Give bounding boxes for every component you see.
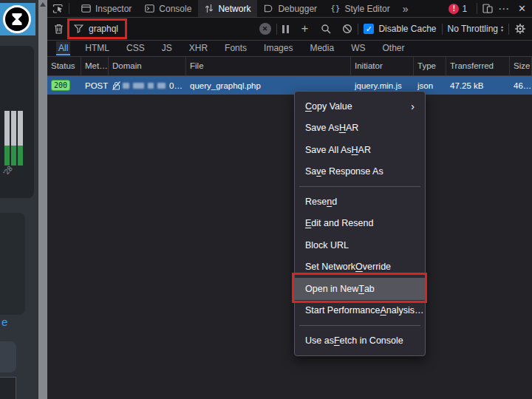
toolbar-separator (276, 24, 277, 35)
filter-tab-other[interactable]: Other (380, 41, 406, 55)
menu-item-save-as-har[interactable]: Save As HAR (295, 117, 425, 140)
filter-tab-all[interactable]: All (56, 41, 70, 55)
tab-label: Style Editor (344, 4, 389, 14)
filter-tab-css[interactable]: CSS (124, 41, 147, 55)
stacked-bar (11, 111, 16, 166)
column-header-domain[interactable]: Domain (109, 57, 186, 75)
hourglass-logo-icon (3, 5, 31, 33)
network-icon (205, 4, 214, 13)
gap (315, 24, 316, 35)
scrollbar-up-arrow-icon[interactable] (40, 2, 46, 7)
site-logo-tile (0, 3, 35, 35)
gap (294, 24, 295, 35)
tab-style-editor[interactable]: {}Style Editor (324, 0, 397, 17)
domain-visible-text: 0… (169, 81, 183, 90)
tab-debugger[interactable]: Debugger (257, 0, 324, 17)
redacted-domain-block (157, 83, 166, 89)
debugger-icon (264, 4, 273, 13)
tab-label: Console (159, 4, 191, 14)
submenu-arrow-icon: › (411, 100, 415, 112)
pause-recording-icon[interactable] (282, 25, 289, 33)
tab-console[interactable]: Console (138, 0, 198, 17)
select-arrows-icon: ▴ ▾ (501, 25, 503, 33)
page-scrollbar[interactable] (38, 0, 47, 399)
redacted-domain-block (133, 83, 144, 89)
filter-tab-images[interactable]: Images (262, 41, 295, 55)
column-header-met[interactable]: Met… (81, 57, 109, 75)
toolbar-separator (358, 24, 358, 35)
toolbar-separator (508, 24, 509, 35)
filter-tab-fonts[interactable]: Fonts (222, 41, 249, 55)
stacked-bar (4, 111, 10, 166)
request-list-empty-area (47, 95, 532, 381)
screenshot-stage: '28 e InspectorConsoleNetworkDebugger{}S… (0, 0, 532, 399)
network-settings-gear-icon[interactable] (514, 23, 526, 35)
search-icon[interactable] (321, 24, 331, 34)
type-cell: json (414, 81, 446, 90)
menu-item-save-response-as[interactable]: Save Response As (295, 161, 425, 183)
throttling-value: No Throttling (448, 24, 498, 34)
request-row[interactable]: 200 POST 0… query_graphql.php jquery.m (47, 76, 532, 95)
menu-separator (299, 325, 420, 326)
devtools-panel: InspectorConsoleNetworkDebugger{}Style E… (47, 0, 532, 399)
status-badge: 200 (51, 80, 70, 91)
menu-item-block-url[interactable]: Block URL (295, 234, 425, 256)
clear-filter-button[interactable]: ✕ (259, 23, 271, 35)
file-cell: query_graphql.php (186, 81, 351, 90)
column-header-size[interactable]: Size (510, 57, 532, 75)
menu-item-resend[interactable]: Resend (295, 191, 425, 213)
redacted-domain-block (148, 83, 154, 89)
background-card (0, 213, 25, 315)
close-devtools-button[interactable]: ✕ (515, 3, 532, 14)
error-badge-icon[interactable]: ! (449, 4, 459, 14)
transferred-cell: 47.25 kB (446, 81, 510, 90)
inspector-icon (81, 4, 91, 13)
new-request-button[interactable]: + (300, 21, 310, 36)
tab-label: Network (218, 4, 250, 14)
background-link-fragment[interactable]: e (1, 316, 7, 328)
menu-item-copy-value[interactable]: Copy Value› (295, 95, 425, 117)
background-panel-fragment (0, 377, 16, 399)
size-cell: 46… (510, 81, 532, 90)
responsive-design-mode-icon[interactable] (482, 4, 493, 13)
menu-item-edit-and-resend[interactable]: Edit and Resend (295, 213, 425, 235)
disable-cache-checkbox[interactable]: ✓ (364, 24, 374, 34)
menu-separator (299, 186, 420, 187)
network-context-menu: Copy Value›Save As HARSave All As HARSav… (294, 91, 426, 356)
background-button-fragment[interactable] (0, 341, 16, 372)
column-header-file[interactable]: File (186, 57, 351, 75)
filter-tab-html[interactable]: HTML (83, 41, 112, 55)
request-table-header: StatusMet…DomainFileInitiatorTypeTransfe… (47, 57, 532, 76)
column-header-status[interactable]: Status (47, 57, 81, 75)
filter-tab-xhr[interactable]: XHR (187, 41, 210, 55)
error-count[interactable]: 1 (462, 4, 467, 14)
column-header-type[interactable]: Type (414, 57, 446, 75)
filter-tab-ws[interactable]: WS (349, 41, 367, 55)
annotation-box-open-in-new-tab (292, 273, 427, 303)
console-icon (145, 4, 154, 13)
filter-tab-js[interactable]: JS (160, 41, 174, 55)
filter-tab-media[interactable]: Media (307, 41, 336, 55)
tab-network[interactable]: Network (198, 0, 257, 17)
initiator-cell: jquery.min.js (351, 81, 414, 90)
disable-cache-label[interactable]: Disable Cache (378, 24, 436, 34)
devtools-menu-button[interactable]: ⋯ (493, 2, 515, 16)
pick-element-button[interactable] (52, 4, 64, 14)
clear-requests-trash-icon[interactable] (54, 24, 64, 34)
stacked-bar (18, 111, 23, 166)
tab-label: Inspector (95, 4, 132, 14)
tab-inspector[interactable]: Inspector (75, 0, 138, 17)
menu-item-save-all-as-har[interactable]: Save All As HAR (295, 139, 425, 161)
status-cell: 200 (47, 80, 81, 91)
method-cell: POST (81, 81, 109, 90)
menu-item-use-as-fetch-in-console[interactable]: Use as Fetch in Console (295, 330, 425, 352)
more-tabs-chevron[interactable]: » (397, 3, 415, 15)
column-header-transferred[interactable]: Transferred (446, 57, 510, 75)
annotation-box-filter (67, 18, 127, 39)
redacted-domain-block (123, 83, 129, 89)
block-request-icon[interactable] (342, 24, 352, 34)
column-header-initiator[interactable]: Initiator (351, 57, 414, 75)
throttling-select[interactable]: No Throttling ▴ ▾ (448, 24, 504, 34)
domain-cell: 0… (109, 81, 186, 90)
toolbar-separator (69, 3, 69, 14)
